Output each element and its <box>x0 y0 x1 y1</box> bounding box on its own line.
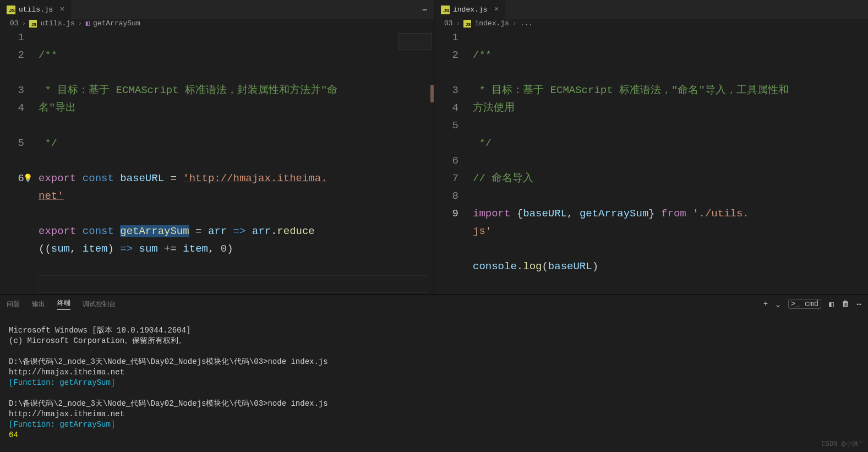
terminal-line: Microsoft Windows [版本 10.0.19044.2604] <box>9 326 190 335</box>
terminal-line: 64 <box>9 431 18 439</box>
breadcrumb-file: utils.js <box>40 19 74 28</box>
chevron-right-icon: › <box>78 19 83 28</box>
breadcrumb-left[interactable]: 03 › JS utils.js › ◧ getArraySum <box>0 19 434 28</box>
code-content[interactable]: /** * 目标：基于 ECMAScript 标准语法，"命名"导入，工具属性和… <box>473 29 868 295</box>
panel-tab-debug[interactable]: 调试控制台 <box>83 299 116 309</box>
terminal-line: [Function: getArraySum] <box>9 378 115 387</box>
line-gutter: 1 2 3 4 5 6 <box>0 29 39 295</box>
breadcrumb-folder: 03 <box>10 19 19 28</box>
breadcrumb-right[interactable]: 03 › JS index.js › ... <box>434 19 868 28</box>
chevron-down-icon[interactable]: ⌄ <box>776 299 780 309</box>
code-content[interactable]: /** * 目标：基于 ECMAScript 标准语法，封装属性和方法并"命名"… <box>39 29 434 295</box>
new-terminal-icon[interactable]: + <box>763 299 768 308</box>
chevron-right-icon: › <box>456 19 461 28</box>
tab-label: index.js <box>453 6 487 14</box>
close-icon[interactable]: × <box>59 5 64 14</box>
chevron-right-icon: › <box>22 19 26 28</box>
tab-utils-js[interactable]: JS utils.js × <box>0 0 71 19</box>
panel-tab-problems[interactable]: 问题 <box>7 299 20 309</box>
watermark: CSDN @小沐° <box>822 439 862 449</box>
breadcrumb-more: ... <box>520 19 533 28</box>
js-file-icon: JS <box>29 20 37 28</box>
breadcrumb-symbol: getArraySum <box>93 19 140 28</box>
breadcrumb-folder: 03 <box>444 19 453 28</box>
current-line-highlight <box>39 275 428 293</box>
bottom-panel: 问题 输出 终端 调试控制台 + ⌄ >_ cmd ◧ 🗑 ⋯ Microsof… <box>0 295 868 452</box>
more-icon[interactable]: ⋯ <box>857 299 861 309</box>
terminal-prompt: D:\备课代码\2_node_3天\Node_代码\Day02_Nodejs模块… <box>9 357 328 366</box>
panel-tab-terminal[interactable]: 终端 <box>57 298 70 310</box>
lightbulb-icon[interactable]: 💡 <box>23 170 32 187</box>
editor-pane-left: JS utils.js × ⋯ 03 › JS utils.js › ◧ get… <box>0 0 434 295</box>
terminal-line: (c) Microsoft Corporation。保留所有权利。 <box>9 336 186 345</box>
panel-tab-output[interactable]: 输出 <box>32 299 45 309</box>
shell-selector[interactable]: >_ cmd <box>788 299 821 309</box>
terminal-prompt: D:\备课代码\2_node_3天\Node_代码\Day02_Nodejs模块… <box>9 399 328 408</box>
more-actions-icon[interactable]: ⋯ <box>416 5 434 14</box>
terminal-line: http://hmajax.itheima.net <box>9 368 124 377</box>
chevron-right-icon: › <box>512 19 517 28</box>
code-editor-right[interactable]: 1 2 3 4 5 6 7 8 9 /** * 目标：基于 ECMAScript… <box>434 28 868 295</box>
terminal-line: http://hmajax.itheima.net <box>9 410 124 418</box>
split-terminal-icon[interactable]: ◧ <box>829 299 833 309</box>
js-file-icon: JS <box>463 20 471 28</box>
editor-pane-right: JS index.js × 03 › JS index.js › ... 1 2… <box>434 0 868 295</box>
tab-bar-left: JS utils.js × ⋯ <box>0 0 434 19</box>
js-file-icon: JS <box>7 6 15 14</box>
breadcrumb-file: index.js <box>474 19 509 28</box>
terminal-line: [Function: getArraySum] <box>9 420 115 429</box>
tab-index-js[interactable]: JS index.js × <box>434 0 505 19</box>
close-icon[interactable]: × <box>494 5 499 14</box>
symbol-function-icon: ◧ <box>86 19 90 28</box>
line-gutter: 1 2 3 4 5 6 7 8 9 <box>434 29 473 295</box>
panel-actions: + ⌄ >_ cmd ◧ 🗑 ⋯ <box>763 299 861 309</box>
trash-icon[interactable]: 🗑 <box>842 299 849 308</box>
panel-tabs: 问题 输出 终端 调试控制台 + ⌄ >_ cmd ◧ 🗑 ⋯ <box>0 295 868 313</box>
code-editor-left[interactable]: 1 2 3 4 5 6 /** * 目标：基于 ECMAScript 标准语法，… <box>0 28 434 295</box>
terminal-output[interactable]: Microsoft Windows [版本 10.0.19044.2604] (… <box>0 313 868 452</box>
tab-bar-right: JS index.js × <box>434 0 868 19</box>
tab-label: utils.js <box>19 6 53 14</box>
js-file-icon: JS <box>441 6 450 14</box>
